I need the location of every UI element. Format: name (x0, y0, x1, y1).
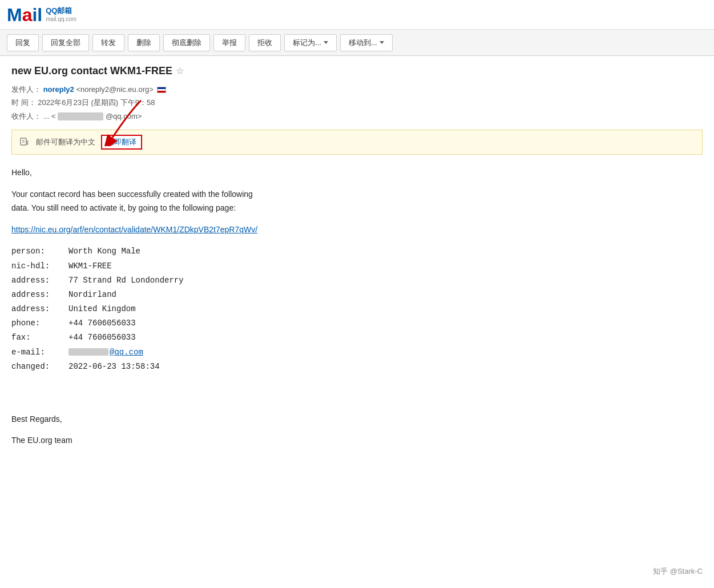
delete-button[interactable]: 删除 (128, 34, 160, 51)
activation-link-paragraph: https://nic.eu.org/arf/en/contact/valida… (11, 223, 703, 237)
contact-data: person: Worth Kong Male nic-hdl: WKM1-FR… (11, 244, 703, 374)
contact-phone-row: phone: +44 7606056033 (11, 316, 703, 331)
person-label: person: (11, 244, 68, 259)
nic-hdl-value: WKM1-FREE (68, 259, 112, 273)
time-label: 时 间： (11, 98, 36, 107)
phone-label: phone: (11, 316, 68, 331)
mail-url-text: mail.qq.com (46, 15, 76, 23)
star-icon[interactable]: ☆ (176, 66, 184, 76)
person-value: Worth Kong Male (68, 244, 140, 259)
recipient-row: 收件人： ... < @qq.com> (11, 110, 703, 123)
svg-rect-0 (21, 138, 26, 145)
email-redacted (68, 348, 108, 356)
contact-fax-row: fax: +44 7606056033 (11, 331, 703, 345)
footer-line2: The EU.org team (11, 434, 703, 448)
time-row: 时 间： 2022年6月23日 (星期四) 下午9：58 (11, 96, 703, 109)
nic-hdl-label: nic-hdl: (11, 259, 68, 273)
email-body: Hello, Your contact record has been succ… (11, 166, 703, 448)
toolbar: 回复 回复全部 转发 删除 彻底删除 举报 拒收 标记为... 移动到... (0, 30, 714, 56)
contact-nic-row: nic-hdl: WKM1-FREE (11, 259, 703, 273)
greeting: Hello, (11, 166, 703, 180)
email-field-label: e-mail: (11, 345, 68, 360)
activation-link[interactable]: https://nic.eu.org/arf/en/contact/valida… (11, 225, 257, 234)
address1-label: address: (11, 273, 68, 288)
translate-button[interactable]: 立即翻译 (101, 135, 142, 150)
qq-brand-text: QQ邮箱 (46, 6, 76, 16)
body-paragraph-1: Your contact record has been successfull… (11, 188, 703, 215)
email-domain-link[interactable]: @qq.com (110, 348, 143, 357)
sender-row: 发件人： noreply2 <noreply2@nic.eu.org> (11, 83, 703, 96)
subject-text: new EU.org contact WKM1-FREE (11, 65, 172, 77)
address2-label: address: (11, 288, 68, 302)
logo-area: Mail QQ邮箱 mail.qq.com (7, 6, 76, 24)
sender-name: noreply2 (43, 85, 74, 94)
contact-email-row: e-mail: @qq.com (11, 345, 703, 360)
contact-address2-row: address: Nordirland (11, 288, 703, 302)
address3-value: United Kingdom (68, 302, 136, 316)
translate-bar: 邮件可翻译为中文 立即翻译 (11, 130, 703, 155)
move-to-arrow-icon (380, 41, 384, 44)
fax-label: fax: (11, 331, 68, 345)
email-subject: new EU.org contact WKM1-FREE ☆ (11, 65, 703, 77)
header-bar: Mail QQ邮箱 mail.qq.com (0, 0, 714, 30)
email-container: new EU.org contact WKM1-FREE ☆ 发件人： nore… (0, 56, 714, 465)
changed-label: changed: (11, 360, 68, 374)
translate-btn-container: 立即翻译 (101, 135, 142, 150)
mark-as-arrow-icon (324, 41, 328, 44)
qq-logo: QQ邮箱 mail.qq.com (46, 6, 76, 23)
changed-value: 2022-06-23 13:58:34 (68, 360, 160, 374)
move-to-button[interactable]: 移动到... (340, 34, 393, 51)
recipient-domain: @qq.com> (106, 112, 142, 120)
forward-button[interactable]: 转发 (92, 34, 124, 51)
email-meta: 发件人： noreply2 <noreply2@nic.eu.org> 时 间：… (11, 83, 703, 123)
reply-button[interactable]: 回复 (7, 34, 39, 51)
watermark: 知乎 @Stark-C (653, 566, 703, 577)
permanent-delete-button[interactable]: 彻底删除 (163, 34, 210, 51)
sender-email: <noreply2@nic.eu.org> (76, 85, 153, 94)
phone-value: +44 7606056033 (68, 316, 136, 331)
address3-label: address: (11, 302, 68, 316)
recipient-value-prefix: ... < (43, 112, 56, 120)
address1-value: 77 Strand Rd Londonderry (68, 273, 184, 288)
fax-value: +44 7606056033 (68, 331, 136, 345)
report-button[interactable]: 举报 (213, 34, 245, 51)
flag-icon (157, 87, 166, 93)
time-value: 2022年6月23日 (星期四) 下午9：58 (38, 98, 155, 107)
contact-address1-row: address: 77 Strand Rd Londonderry (11, 273, 703, 288)
email-field-value: @qq.com (68, 345, 143, 360)
mail-logo: Mail (7, 6, 42, 24)
address2-value: Nordirland (68, 288, 116, 302)
contact-person-row: person: Worth Kong Male (11, 244, 703, 259)
translate-icon (19, 136, 30, 148)
reply-all-button[interactable]: 回复全部 (42, 34, 89, 51)
recipient-redacted (58, 112, 103, 120)
footer-line1: Best Regards, (11, 413, 703, 426)
contact-address3-row: address: United Kingdom (11, 302, 703, 316)
translate-description: 邮件可翻译为中文 (36, 137, 95, 147)
reject-button[interactable]: 拒收 (249, 34, 281, 51)
recipient-label: 收件人： (11, 112, 41, 120)
contact-changed-row: changed: 2022-06-23 13:58:34 (11, 360, 703, 374)
sender-label: 发件人： (11, 85, 41, 94)
mark-as-button[interactable]: 标记为... (284, 34, 337, 51)
